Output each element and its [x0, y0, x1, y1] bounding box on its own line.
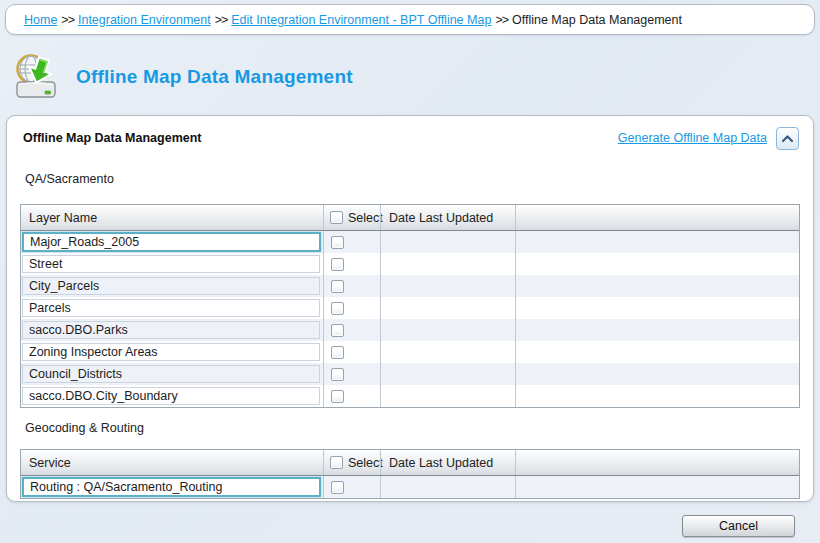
breadcrumb-separator: >> — [61, 13, 74, 27]
layer-name-cell[interactable]: Parcels — [22, 299, 320, 317]
panel-title: Offline Map Data Management — [23, 131, 202, 145]
empty-cell — [515, 476, 799, 498]
table-row: Major_Roads_2005 — [21, 231, 799, 253]
layers-table-header: Layer Name Select Date Last Updated — [21, 205, 799, 231]
panel-header: Offline Map Data Management Generate Off… — [23, 126, 799, 150]
column-header-select: Select — [323, 205, 380, 230]
column-header-empty — [515, 450, 799, 475]
empty-cell — [515, 363, 799, 385]
row-select-checkbox[interactable] — [331, 258, 344, 271]
table-row: sacco.DBO.Parks — [21, 319, 799, 341]
empty-cell — [515, 297, 799, 319]
offline-map-data-panel: Offline Map Data Management Generate Off… — [6, 115, 814, 502]
row-select-checkbox[interactable] — [331, 280, 344, 293]
page-title: Offline Map Data Management — [76, 66, 353, 88]
empty-cell — [515, 341, 799, 363]
services-table-body: Routing : QA/Sacramento_Routing — [21, 476, 799, 498]
breadcrumb-current-page: Offline Map Data Management — [512, 13, 682, 27]
date-last-updated-cell — [380, 231, 515, 253]
generate-offline-map-data-link[interactable]: Generate Offline Map Data — [618, 131, 767, 145]
table-row: Parcels — [21, 297, 799, 319]
services-table: Service Select Date Last Updated Routing… — [20, 449, 800, 499]
row-select-checkbox[interactable] — [331, 302, 344, 315]
table-row: Routing : QA/Sacramento_Routing — [21, 476, 799, 498]
row-select-checkbox[interactable] — [331, 481, 344, 494]
panel-actions: Generate Offline Map Data — [618, 127, 799, 150]
column-header-empty — [515, 205, 799, 230]
layer-name-cell[interactable]: City_Parcels — [22, 277, 320, 295]
row-select-checkbox[interactable] — [331, 346, 344, 359]
section-heading-geocoding-routing: Geocoding & Routing — [25, 421, 813, 436]
breadcrumb-separator: >> — [215, 13, 228, 27]
layers-table-body: Major_Roads_2005 Street City_Parcels Par… — [21, 231, 799, 407]
layer-name-cell[interactable]: Council_Districts — [22, 365, 320, 383]
breadcrumb-separator: >> — [495, 13, 508, 27]
date-last-updated-cell — [380, 363, 515, 385]
empty-cell — [515, 319, 799, 341]
date-last-updated-cell — [380, 341, 515, 363]
layer-name-cell[interactable]: sacco.DBO.City_Boundary — [22, 387, 320, 405]
layer-name-cell[interactable]: Major_Roads_2005 — [22, 232, 321, 252]
table-row: sacco.DBO.City_Boundary — [21, 385, 799, 407]
empty-cell — [515, 385, 799, 407]
date-last-updated-cell — [380, 253, 515, 275]
services-table-header: Service Select Date Last Updated — [21, 450, 799, 476]
layers-table: Layer Name Select Date Last Updated Majo… — [20, 204, 800, 408]
table-row: City_Parcels — [21, 275, 799, 297]
table-row: Street — [21, 253, 799, 275]
select-column-label: Select — [348, 211, 383, 225]
breadcrumb: Home >> Integration Environment >> Edit … — [5, 4, 815, 35]
breadcrumb-link-integration-environment[interactable]: Integration Environment — [78, 13, 211, 27]
column-header-service: Service — [21, 450, 323, 475]
globe-download-to-drive-icon — [12, 52, 60, 102]
empty-cell — [515, 231, 799, 253]
page-header: Offline Map Data Management — [12, 52, 353, 102]
empty-cell — [515, 253, 799, 275]
layer-name-cell[interactable]: Street — [22, 255, 320, 273]
section-heading-qa-sacramento: QA/Sacramento — [25, 172, 813, 187]
row-select-checkbox[interactable] — [331, 368, 344, 381]
date-last-updated-cell — [380, 385, 515, 407]
date-last-updated-cell — [380, 297, 515, 319]
column-header-select: Select — [323, 450, 380, 475]
column-header-date-last-updated: Date Last Updated — [380, 450, 515, 475]
row-select-checkbox[interactable] — [331, 390, 344, 403]
date-last-updated-cell — [380, 476, 515, 498]
table-row: Council_Districts — [21, 363, 799, 385]
breadcrumb-link-edit-integration-environment[interactable]: Edit Integration Environment - BPT Offli… — [231, 13, 491, 27]
date-last-updated-cell — [380, 275, 515, 297]
select-all-checkbox[interactable] — [330, 211, 343, 224]
select-all-checkbox[interactable] — [330, 456, 343, 469]
breadcrumb-link-home[interactable]: Home — [24, 13, 57, 27]
layer-name-cell[interactable]: sacco.DBO.Parks — [22, 321, 320, 339]
chevron-up-icon — [781, 134, 794, 143]
layer-name-cell[interactable]: Zoning Inspector Areas — [22, 343, 320, 361]
cancel-button[interactable]: Cancel — [682, 515, 795, 537]
service-name-cell[interactable]: Routing : QA/Sacramento_Routing — [22, 477, 321, 497]
select-column-label: Select — [348, 456, 383, 470]
row-select-checkbox[interactable] — [331, 324, 344, 337]
row-select-checkbox[interactable] — [331, 236, 344, 249]
column-header-date-last-updated: Date Last Updated — [380, 205, 515, 230]
column-header-layer-name: Layer Name — [21, 205, 323, 230]
date-last-updated-cell — [380, 319, 515, 341]
empty-cell — [515, 275, 799, 297]
collapse-panel-button[interactable] — [776, 127, 799, 150]
table-row: Zoning Inspector Areas — [21, 341, 799, 363]
